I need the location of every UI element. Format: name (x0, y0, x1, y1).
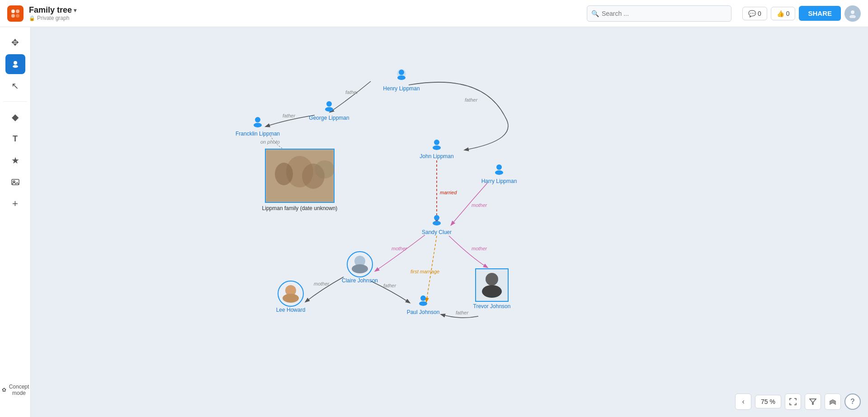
comment-button[interactable]: 💬 0 (742, 7, 767, 20)
prev-button[interactable]: ‹ (735, 394, 751, 410)
svg-text:Paul Johnson: Paul Johnson (407, 309, 440, 315)
svg-text:father: father (383, 283, 396, 288)
tool-pointer[interactable]: ↖ (5, 76, 25, 96)
tool-move[interactable]: ✥ (5, 33, 25, 52)
svg-text:Henry Lippman: Henry Lippman (383, 85, 420, 92)
svg-point-49 (420, 295, 426, 301)
svg-point-30 (254, 123, 262, 127)
tool-shape[interactable]: ◆ (5, 107, 25, 127)
sidebar: ✥ ↖ ◆ T ★ + ✿ Concept mode (0, 27, 31, 417)
svg-text:George Lippman: George Lippman (309, 115, 349, 121)
graph-title[interactable]: Family tree ▾ (29, 5, 76, 15)
svg-text:Claire Johnson: Claire Johnson (342, 277, 378, 284)
svg-text:mother: mother (472, 202, 488, 208)
svg-text:first marriage: first marriage (410, 269, 439, 274)
comment-count: 0 (758, 10, 761, 17)
svg-point-6 (14, 61, 17, 65)
user-avatar[interactable] (844, 5, 861, 22)
svg-marker-63 (810, 399, 816, 404)
tool-text[interactable]: T (5, 129, 25, 149)
concept-mode-button[interactable]: ✿ Concept mode (0, 381, 31, 399)
like-count: 0 (786, 10, 790, 17)
sidebar-bottom: ✿ Concept mode (0, 381, 31, 399)
svg-text:Francklin Lippman: Francklin Lippman (236, 131, 280, 137)
like-button[interactable]: 👍 0 (771, 7, 796, 20)
comment-icon: 💬 (748, 10, 756, 17)
svg-point-35 (496, 164, 502, 170)
svg-text:Lippman family (date unknown): Lippman family (date unknown) (262, 205, 338, 211)
svg-text:John Lippman: John Lippman (420, 153, 453, 159)
svg-point-50 (419, 301, 427, 306)
svg-point-33 (433, 145, 441, 150)
svg-point-0 (11, 9, 15, 13)
title-dropdown-icon[interactable]: ▾ (74, 7, 76, 14)
share-button[interactable]: SHARE (799, 6, 841, 21)
svg-point-32 (434, 140, 439, 145)
search-area: 🔍 (587, 5, 731, 22)
svg-text:Harry Lippman: Harry Lippman (481, 178, 517, 184)
svg-point-24 (397, 75, 406, 80)
svg-point-7 (13, 65, 18, 68)
svg-text:on photo: on photo (260, 139, 280, 145)
svg-text:father: father (283, 113, 296, 118)
svg-point-23 (399, 70, 404, 75)
title-area: Family tree ▾ 🔒 Private graph (29, 5, 76, 21)
tool-star[interactable]: ★ (5, 150, 25, 170)
subtitle-text: Private graph (37, 15, 69, 21)
svg-point-1 (16, 9, 19, 13)
svg-text:mother: mother (314, 281, 330, 286)
svg-point-4 (851, 10, 854, 14)
svg-text:Trevor Johnson: Trevor Johnson (473, 303, 511, 309)
layers-button[interactable] (825, 394, 841, 410)
svg-point-2 (11, 14, 15, 18)
svg-point-47 (283, 294, 299, 303)
svg-text:father: father (465, 97, 478, 103)
bottom-toolbar: ‹ 75 % ? (735, 394, 861, 410)
svg-point-27 (325, 107, 333, 112)
sidebar-divider-1 (3, 101, 28, 102)
like-icon: 👍 (777, 10, 784, 17)
concept-mode-label: Concept mode (9, 384, 29, 396)
svg-point-36 (495, 170, 503, 175)
svg-point-38 (434, 215, 439, 220)
filter-button[interactable] (805, 394, 821, 410)
svg-point-39 (433, 221, 441, 225)
svg-text:Sandy Cluer: Sandy Cluer (422, 229, 452, 235)
tool-add[interactable]: + (5, 194, 25, 214)
title-text: Family tree (29, 5, 72, 15)
svg-text:mother: mother (392, 246, 408, 251)
svg-point-26 (326, 101, 332, 107)
svg-point-61 (315, 160, 335, 178)
svg-text:father: father (345, 89, 359, 95)
svg-text:mother: mother (472, 246, 488, 251)
svg-point-54 (482, 285, 502, 298)
svg-point-5 (849, 15, 856, 18)
concept-mode-icon: ✿ (2, 387, 6, 393)
graph-canvas[interactable]: father father father married mother moth… (31, 27, 868, 417)
header: Family tree ▾ 🔒 Private graph 🔍 💬 0 👍 0 … (0, 0, 868, 27)
svg-text:married: married (440, 190, 457, 195)
app-logo (7, 5, 24, 22)
lock-icon: 🔒 (29, 15, 35, 21)
tool-select[interactable] (5, 54, 25, 74)
svg-point-43 (352, 264, 368, 273)
svg-point-60 (275, 163, 293, 185)
svg-text:Lee Howard: Lee Howard (276, 307, 306, 313)
search-icon: 🔍 (591, 10, 599, 17)
tool-image[interactable] (5, 172, 25, 192)
svg-point-3 (16, 14, 19, 18)
help-button[interactable]: ? (844, 394, 861, 410)
header-actions: 💬 0 👍 0 SHARE (742, 5, 861, 22)
zoom-level: 75 % (755, 395, 781, 408)
svg-text:father: father (456, 310, 469, 315)
search-input[interactable] (587, 5, 731, 22)
graph-subtitle: 🔒 Private graph (29, 15, 76, 21)
svg-point-53 (486, 273, 498, 286)
svg-point-29 (255, 117, 260, 122)
fullscreen-button[interactable] (785, 394, 801, 410)
